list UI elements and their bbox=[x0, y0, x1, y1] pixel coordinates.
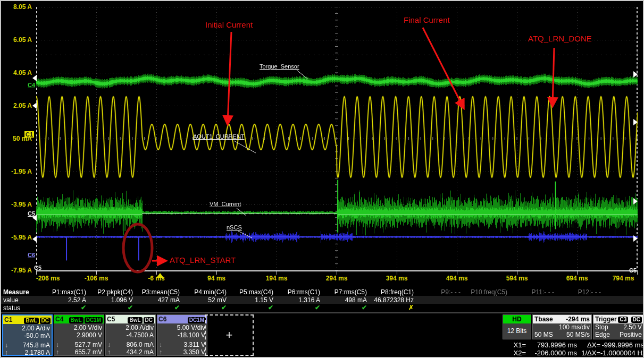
measure-col-header-p5[interactable]: P5:max(C4) bbox=[227, 288, 273, 296]
x-axis-label: -206 ms bbox=[36, 275, 60, 282]
trigger-time-marker[interactable] bbox=[156, 273, 164, 278]
channel-min-value: 806.0 mA bbox=[127, 341, 154, 348]
tbase-samples: 50 MS bbox=[534, 331, 553, 338]
tbase-delay: -294 ms bbox=[566, 316, 590, 323]
tbase-label: Tbase bbox=[534, 316, 553, 323]
max-arrow-icon: ↑ bbox=[56, 348, 59, 356]
measure-col-header-p1[interactable]: P1:max(C1) bbox=[39, 288, 86, 296]
channel-box-c5[interactable]: C5BwLDC2.00 A/div-4.7500 A↓806.0 mA↑434.… bbox=[105, 314, 156, 356]
trace-level-marker-left[interactable] bbox=[32, 75, 37, 81]
channel-min-value: 3.311 V bbox=[184, 341, 205, 348]
x1-value: 793.9996 ms bbox=[526, 341, 577, 349]
channel-box-c1[interactable]: C1BwLDC2.00 A/div-50.0 mA↓745.8 mA↑2.178… bbox=[2, 314, 53, 356]
trigger-source-badge: C3 bbox=[618, 317, 628, 323]
channel-marker-c5[interactable]: C5 bbox=[28, 210, 35, 217]
max-arrow-icon: ↑ bbox=[159, 348, 162, 356]
channel-badge-bwl: BwL bbox=[69, 317, 83, 323]
waveform-grid: 8.05 A6.05 A4.05 A2.05 A50 mA-1.95 A-3.9… bbox=[1, 1, 644, 288]
trace-level-marker-right[interactable] bbox=[633, 119, 638, 125]
channel-badge-dc: DC bbox=[144, 317, 154, 323]
channel-box-c4[interactable]: C4BwLDC1M2.00 V/div2.9000 V↓527.7 mV↑655… bbox=[54, 314, 104, 356]
max-arrow-icon: ↑ bbox=[5, 349, 8, 356]
measure-col-header-p8[interactable]: P8:freq(C1) bbox=[367, 288, 414, 296]
status-row-label: status bbox=[3, 304, 20, 312]
measure-col-header-p12[interactable]: P12:- - - bbox=[554, 288, 601, 296]
channel-badge-bwl: BwL bbox=[128, 317, 142, 323]
measure-col-header-p2[interactable]: P2:pkpk(C4) bbox=[86, 288, 133, 296]
measure-value-p8: 46.872328 Hz bbox=[367, 296, 414, 304]
y-axis-label: -1.95 A bbox=[2, 168, 32, 175]
x-axis-label: 794 ms bbox=[613, 275, 634, 282]
channel-marker-c1[interactable]: C1 bbox=[24, 131, 34, 138]
timebase-box[interactable]: Tbase -294 ms 100 ms/div 50 MS 50 MS/s bbox=[532, 314, 592, 339]
channel-id-label: C4 bbox=[55, 316, 63, 323]
x-axis-label: 694 ms bbox=[566, 275, 588, 282]
channel-box-c6[interactable]: C6DC1M5.00 V/div-18.100 V↓3.311 V↑3.350 … bbox=[157, 314, 207, 356]
time-axis-tick bbox=[637, 271, 638, 275]
channel-id-label: C6 bbox=[158, 316, 166, 323]
hd-mode-box[interactable]: HD 12 Bits bbox=[503, 314, 531, 339]
oscilloscope-screen: 8.05 A6.05 A4.05 A2.05 A50 mA-1.95 A-3.9… bbox=[0, 0, 644, 358]
measure-value-p1: 2.52 A bbox=[39, 296, 86, 304]
time-axis-tick bbox=[397, 271, 397, 275]
time-axis-tick bbox=[517, 271, 517, 275]
time-axis-tick bbox=[277, 271, 277, 275]
time-axis-tick bbox=[216, 271, 217, 275]
hd-label: HD bbox=[512, 316, 521, 323]
channel-id-label: C1 bbox=[4, 316, 12, 323]
channel-vdiv: 2.00 A/div bbox=[5, 325, 50, 332]
annotation-atq-lrn-start: ATQ_LRN_START bbox=[170, 255, 236, 265]
max-arrow-icon: ↑ bbox=[107, 348, 111, 356]
x-axis-label: 294 ms bbox=[326, 275, 348, 282]
channel-offset: 2.9000 V bbox=[56, 331, 102, 339]
measure-col-header-p6[interactable]: P6:rms(C1) bbox=[273, 288, 320, 296]
measure-col-header-p9[interactable]: P9:- - - bbox=[414, 288, 461, 296]
measure-col-header-p11[interactable]: P11:- - - bbox=[507, 288, 554, 296]
time-axis-tick bbox=[457, 271, 457, 275]
channel-marker-c6[interactable]: C6 bbox=[28, 252, 35, 258]
trace-level-marker-left[interactable] bbox=[32, 236, 37, 242]
min-arrow-icon: ↓ bbox=[107, 341, 111, 348]
x2-label: X2= bbox=[503, 349, 526, 357]
plus-icon: + bbox=[226, 328, 233, 342]
channel-badge-dc1m: DC1M bbox=[85, 317, 103, 323]
invdx-value: -1.0000004 Hz bbox=[600, 349, 644, 357]
measure-col-header-p3[interactable]: P3:mean(C5) bbox=[133, 288, 180, 296]
y-axis-label: -3.95 A bbox=[2, 201, 32, 208]
measure-value-p2: 1.096 V bbox=[86, 296, 133, 304]
invdx-label: 1/ΔX= bbox=[577, 349, 600, 357]
channel-offset: -4.7500 A bbox=[107, 331, 154, 339]
time-axis-tick bbox=[577, 271, 578, 275]
trigger-box[interactable]: Trigger C3 DC Stop 2.50 V Edge Positive bbox=[593, 314, 644, 339]
trace-level-marker-right[interactable] bbox=[633, 198, 638, 204]
channel-vdiv: 5.00 V/div bbox=[159, 324, 205, 331]
time-axis-tick bbox=[337, 271, 337, 275]
channel-badge-dc: DC bbox=[40, 318, 51, 324]
y-axis-label: 4.05 A bbox=[2, 70, 32, 76]
channel-marker-c4[interactable]: C4 bbox=[28, 82, 35, 88]
min-arrow-icon: ↓ bbox=[159, 341, 162, 348]
hd-bits: 12 Bits bbox=[507, 323, 527, 338]
y-axis-label: -7.95 A bbox=[2, 267, 32, 274]
trace-label-vm-current: VM_Current bbox=[210, 201, 241, 207]
grid-corner-label: C5 bbox=[34, 265, 41, 271]
waveform-canvas[interactable] bbox=[36, 7, 638, 270]
channel-max-value: 655.7 mV bbox=[75, 348, 102, 356]
trace-level-marker-right[interactable] bbox=[633, 71, 638, 78]
measure-col-header-p7[interactable]: P7:rms(C5) bbox=[320, 288, 367, 296]
x2-value: -206.0000 ms bbox=[526, 349, 577, 357]
value-row-label: value bbox=[3, 296, 19, 304]
measure-col-header-p4[interactable]: P4:min(C4) bbox=[180, 288, 227, 296]
dx-label: ΔX= bbox=[577, 341, 600, 349]
trace-level-marker-left[interactable] bbox=[32, 103, 37, 109]
trigger-label: Trigger bbox=[595, 316, 617, 323]
channel-id-label: C5 bbox=[107, 316, 115, 323]
x1-label: X1= bbox=[503, 341, 526, 349]
channel-min-value: 527.7 mV bbox=[75, 341, 102, 348]
add-trace-button[interactable]: + bbox=[205, 314, 254, 356]
channel-max-value: 434.2 mA bbox=[127, 348, 154, 356]
measure-col-header-p10[interactable]: P10:freq(C5) bbox=[461, 288, 507, 296]
trigger-mode: Stop bbox=[595, 323, 608, 331]
trace-level-marker-right[interactable] bbox=[633, 235, 638, 242]
trigger-coupling-badge: DC bbox=[631, 317, 642, 323]
